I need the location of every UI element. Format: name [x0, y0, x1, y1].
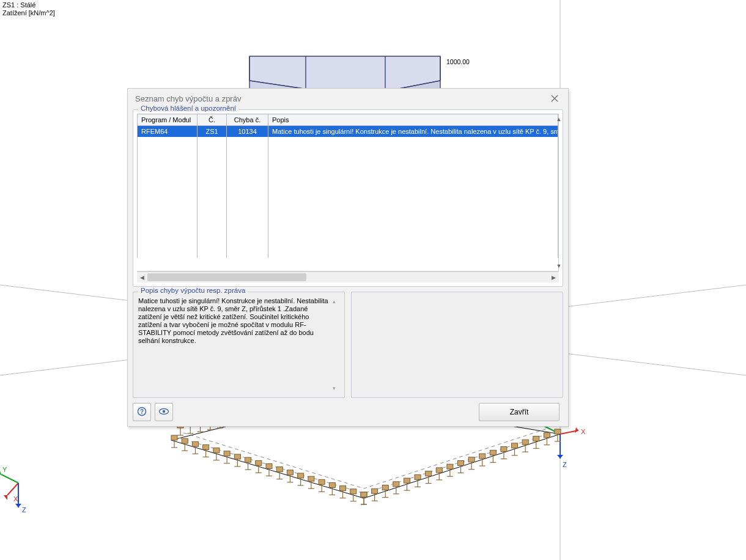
table-vertical-scrollbar[interactable]: ▲ ▼	[558, 114, 559, 271]
svg-rect-71	[329, 483, 335, 488]
support-symbol	[287, 470, 293, 482]
svg-rect-95	[404, 478, 410, 483]
support-symbol	[276, 467, 283, 479]
svg-rect-26	[171, 435, 177, 440]
support-symbol	[319, 479, 325, 492]
svg-rect-116	[479, 454, 486, 459]
support-symbol	[361, 492, 367, 504]
svg-rect-86	[372, 488, 378, 493]
description-group-title: Popis chyby výpočtu resp. zpráva	[138, 287, 248, 294]
col-loadcase[interactable]: Č.	[198, 114, 227, 126]
svg-rect-44	[234, 454, 240, 459]
support-symbol	[182, 438, 188, 451]
support-symbol	[393, 482, 399, 494]
help-icon: ?	[137, 407, 147, 418]
svg-rect-110	[458, 461, 464, 466]
svg-rect-89	[382, 485, 388, 490]
view-button[interactable]	[155, 403, 173, 421]
svg-rect-119	[490, 450, 496, 455]
svg-rect-98	[415, 474, 421, 479]
table-row	[138, 203, 558, 214]
svg-rect-122	[501, 447, 507, 452]
support-symbol	[501, 447, 507, 459]
col-program[interactable]: Program / Modul ▲	[138, 114, 198, 126]
table-row	[138, 137, 558, 148]
error-table[interactable]: Program / Modul ▲ Č. Chyba č. Popis	[137, 114, 558, 271]
sort-asc-icon: ▲	[183, 116, 188, 121]
support-symbol	[522, 440, 528, 452]
svg-marker-9	[4, 495, 7, 500]
close-button[interactable]: Zavřít	[479, 403, 560, 421]
svg-rect-29	[182, 438, 188, 443]
support-symbol	[266, 464, 272, 476]
svg-rect-107	[447, 464, 453, 469]
table-row[interactable]: RFEM64 ZS1 10134 Matice tuhosti je singu…	[138, 126, 558, 138]
svg-rect-68	[319, 479, 325, 484]
help-button[interactable]: ?	[133, 403, 151, 421]
scroll-down-hint-icon[interactable]: ▾	[330, 385, 338, 391]
svg-rect-35	[203, 445, 209, 450]
close-icon[interactable]	[547, 91, 562, 106]
scroll-left-icon[interactable]: ◀	[137, 274, 147, 281]
svg-rect-134	[544, 433, 550, 438]
table-row	[138, 170, 558, 181]
error-list-dialog: Seznam chyb výpočtu a zpráv Chybová hláš…	[127, 88, 569, 427]
support-symbol	[436, 468, 442, 480]
table-row	[138, 159, 558, 170]
support-symbol	[213, 448, 220, 460]
svg-rect-77	[350, 489, 356, 494]
table-row	[138, 192, 558, 203]
table-header-row[interactable]: Program / Modul ▲ Č. Chyba č. Popis	[138, 114, 558, 126]
svg-rect-131	[533, 436, 539, 441]
svg-rect-32	[192, 441, 198, 446]
support-symbol	[308, 476, 314, 488]
svg-line-11	[1, 474, 18, 483]
errors-group: Chybová hlášení a upozornění	[133, 109, 563, 287]
col-description[interactable]: Popis	[268, 114, 558, 126]
svg-line-8	[7, 483, 18, 495]
svg-rect-128	[522, 440, 528, 444]
preview-group	[351, 292, 563, 398]
support-symbol	[490, 450, 496, 462]
svg-text:X: X	[13, 495, 18, 503]
support-symbol	[426, 471, 432, 484]
table-row	[138, 247, 558, 258]
svg-text:X: X	[581, 428, 586, 435]
support-symbol	[350, 489, 356, 501]
support-symbol	[458, 461, 464, 473]
col-errorno[interactable]: Chyba č.	[227, 114, 268, 126]
svg-rect-56	[276, 467, 283, 472]
table-row	[138, 225, 558, 236]
scroll-right-icon[interactable]: ▶	[548, 274, 559, 281]
support-symbol	[479, 454, 486, 466]
errors-group-title: Chybová hlášení a upozornění	[138, 105, 238, 112]
scroll-thumb-h[interactable]	[147, 273, 306, 281]
support-symbol	[298, 473, 304, 485]
svg-rect-74	[340, 486, 346, 491]
axis-x: X	[4, 483, 18, 503]
svg-point-172	[163, 410, 165, 412]
table-row	[138, 181, 558, 192]
support-symbol	[245, 457, 251, 470]
svg-rect-53	[266, 464, 272, 469]
svg-text:Z: Z	[563, 461, 567, 468]
table-row	[138, 148, 558, 159]
scroll-up-hint-icon[interactable]: ▴	[330, 298, 338, 304]
loadcase-label: ZS1 : Stálé Zatížení [kN/m^2]	[2, 1, 55, 17]
support-symbol	[203, 445, 209, 457]
support-symbol	[192, 441, 198, 454]
svg-rect-41	[224, 451, 230, 456]
svg-rect-65	[308, 476, 314, 481]
support-symbol	[340, 486, 346, 498]
load-annotation: 1000.00	[446, 58, 470, 65]
support-symbol	[171, 435, 177, 448]
svg-rect-83	[361, 492, 367, 497]
description-group: Popis chyby výpočtu resp. zpráva Matice …	[133, 292, 345, 398]
table-horizontal-scrollbar[interactable]: ◀ ▶	[137, 271, 559, 282]
support-symbol	[382, 485, 388, 498]
viewport-3d[interactable]: X Y Z Z X	[0, 0, 746, 560]
description-text: Matice tuhosti je singulární! Konstrukce…	[138, 297, 339, 345]
support-symbol	[468, 457, 475, 470]
svg-rect-113	[468, 457, 475, 462]
support-symbol	[512, 443, 518, 455]
